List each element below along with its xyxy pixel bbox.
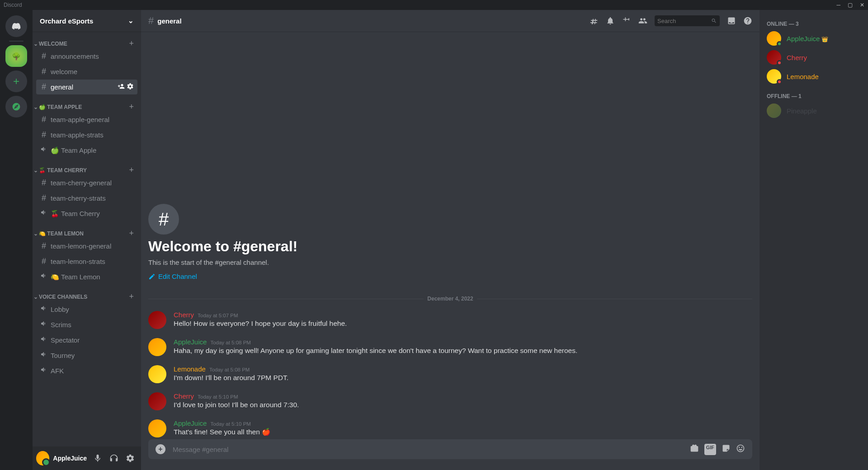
channel-name: 🍏 Team Apple	[51, 146, 96, 155]
members-panel: Online — 3 AppleJuice👑 Cherry Lemonade O…	[760, 10, 868, 470]
channel-name: team-lemon-strats	[51, 258, 105, 265]
add-channel-button[interactable]: +	[129, 229, 134, 238]
member-item[interactable]: Lemonade	[763, 67, 864, 86]
message-time: Today at 5:07 PM	[198, 313, 238, 318]
channel-category[interactable]: ⌄ 🍏 Team Apple+	[33, 95, 141, 112]
messages[interactable]: # Welcome to #general! This is the start…	[141, 32, 760, 439]
edit-channel-button[interactable]: Edit Channel	[148, 270, 197, 283]
member-avatar	[767, 69, 781, 84]
channel-name: Spectator	[51, 336, 80, 344]
home-button[interactable]	[5, 15, 27, 37]
add-channel-button[interactable]: +	[129, 102, 134, 112]
channel-category[interactable]: ⌄ Welcome+	[33, 32, 141, 48]
member-item[interactable]: AppleJuice👑	[763, 29, 864, 48]
text-channel[interactable]: #team-apple-strats	[36, 127, 137, 142]
message-text: Haha, my day is going well! Anyone up fo…	[174, 346, 752, 355]
message-avatar[interactable]	[148, 338, 166, 356]
search-box[interactable]	[655, 15, 720, 26]
text-channel[interactable]: #team-cherry-strats	[36, 191, 137, 206]
window-controls: ─ ▢ ✕	[836, 2, 864, 8]
hash-icon: #	[40, 82, 48, 92]
date-divider-text: December 4, 2022	[424, 296, 476, 302]
text-channel[interactable]: #team-apple-general	[36, 112, 137, 127]
voice-channel[interactable]: Scrims	[36, 317, 137, 332]
add-channel-button[interactable]: +	[129, 165, 134, 175]
text-channel[interactable]: #team-lemon-general	[36, 239, 137, 254]
message-author[interactable]: AppleJuice	[174, 338, 207, 346]
message-author[interactable]: Cherry	[174, 311, 194, 319]
add-channel-button[interactable]: +	[129, 292, 134, 301]
gif-button[interactable]: GIF	[704, 444, 716, 455]
channel-category[interactable]: ⌄ 🍋 Team Lemon+	[33, 221, 141, 238]
message-avatar[interactable]	[148, 392, 166, 410]
current-user-avatar[interactable]	[36, 451, 49, 465]
message-avatar[interactable]	[148, 365, 166, 383]
member-avatar	[767, 103, 781, 118]
gear-icon[interactable]	[127, 83, 134, 91]
hash-icon: #	[40, 241, 48, 251]
emoji-button[interactable]	[736, 444, 745, 455]
members-button[interactable]	[638, 16, 647, 25]
message-author[interactable]: Lemonade	[174, 365, 206, 373]
voice-channel[interactable]: 🍏 Team Apple	[36, 143, 137, 158]
search-input[interactable]	[657, 18, 711, 24]
attach-button[interactable]: +	[156, 444, 165, 454]
close-button[interactable]: ✕	[860, 2, 864, 8]
status-indicator	[777, 79, 782, 85]
message-author[interactable]: Cherry	[174, 392, 194, 400]
message-input[interactable]	[173, 446, 690, 453]
notifications-button[interactable]	[606, 16, 615, 25]
explore-button[interactable]	[5, 96, 27, 118]
settings-button[interactable]	[123, 451, 137, 465]
help-button[interactable]	[743, 16, 752, 25]
mute-button[interactable]	[90, 451, 105, 465]
text-channel[interactable]: #general	[36, 80, 137, 94]
hash-icon: #	[40, 130, 48, 140]
text-channel[interactable]: #announcements	[36, 49, 137, 64]
server-icon-orchard[interactable]: 🌳	[5, 45, 27, 67]
chevron-down-icon: ⌄	[33, 167, 38, 174]
maximize-button[interactable]: ▢	[848, 2, 853, 8]
sticker-button[interactable]	[722, 444, 731, 455]
channel-category[interactable]: ⌄ Voice Channels+	[33, 285, 141, 301]
deafen-button[interactable]	[107, 451, 121, 465]
channel-category[interactable]: ⌄ 🍒 Team Cherry+	[33, 158, 141, 175]
message-text: Hello! How is everyone? I hope your day …	[174, 319, 752, 328]
minimize-button[interactable]: ─	[836, 2, 840, 8]
channel-name: announcements	[51, 52, 99, 60]
hash-icon: #	[40, 52, 48, 61]
member-item[interactable]: Cherry	[763, 48, 864, 67]
text-channel[interactable]: #welcome	[36, 64, 137, 79]
inbox-button[interactable]	[727, 16, 736, 25]
current-user-name[interactable]: AppleJuice	[53, 455, 87, 462]
user-controls	[90, 451, 137, 465]
member-name: AppleJuice👑	[787, 35, 828, 42]
speaker-icon	[40, 351, 48, 360]
member-item[interactable]: Pineapple	[763, 101, 864, 120]
threads-button[interactable]	[590, 16, 599, 25]
server-header[interactable]: Orchard eSports ⌄	[33, 10, 141, 32]
text-channel[interactable]: #team-lemon-strats	[36, 254, 137, 269]
voice-channel[interactable]: 🍒 Team Cherry	[36, 206, 137, 221]
chat-area: # general # Welcome to #general! This is…	[141, 10, 760, 470]
date-divider: December 4, 2022	[148, 296, 752, 302]
voice-channel[interactable]: Spectator	[36, 333, 137, 348]
voice-channel[interactable]: Tourney	[36, 348, 137, 363]
message-author[interactable]: AppleJuice	[174, 419, 207, 427]
add-server-button[interactable]: +	[5, 70, 27, 92]
invite-icon[interactable]	[118, 83, 125, 91]
add-channel-button[interactable]: +	[129, 39, 134, 48]
channel-name: Scrims	[51, 321, 71, 329]
voice-channel[interactable]: AFK	[36, 363, 137, 378]
message-avatar[interactable]	[148, 311, 166, 329]
channel-name: welcome	[51, 68, 77, 75]
gift-button[interactable]	[690, 444, 699, 455]
voice-channel[interactable]: 🍋 Team Lemon	[36, 269, 137, 284]
pinned-button[interactable]	[622, 16, 631, 25]
voice-channel[interactable]: Lobby	[36, 302, 137, 317]
hash-icon: #	[40, 115, 48, 124]
channel-title: general	[157, 17, 181, 25]
message-avatar[interactable]	[148, 419, 166, 437]
speaker-icon	[40, 305, 48, 314]
text-channel[interactable]: #team-cherry-general	[36, 175, 137, 190]
